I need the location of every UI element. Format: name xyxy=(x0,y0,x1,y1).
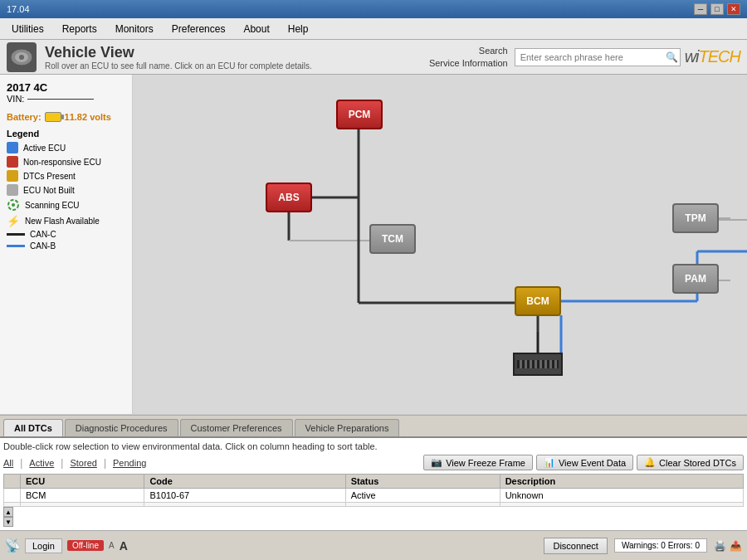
app-header: Vehicle View Roll over an ECU to see ful… xyxy=(0,40,747,75)
legend-scan-icon xyxy=(7,198,20,212)
menu-preferences[interactable]: Preferences xyxy=(164,21,234,37)
vehicle-panel: 2017 4C VIN: Battery: 11.82 volts Legend… xyxy=(0,75,747,415)
col-status[interactable]: Status xyxy=(345,475,500,489)
toolbar-icons: 🖨️ 📤 xyxy=(714,540,742,552)
menu-utilities[interactable]: Utilities xyxy=(3,21,52,37)
dtc-table: ECU Code Status Description BCM B1010-67… xyxy=(3,474,744,507)
legend-flash-icon: ⚡ xyxy=(7,214,20,227)
app-title: 17.04 xyxy=(7,4,30,14)
ecu-abs[interactable]: ABS xyxy=(266,183,312,212)
ecu-bcm[interactable]: BCM xyxy=(515,286,561,316)
legend-gray-box xyxy=(7,184,18,196)
clear-dtcs-icon: 🔔 xyxy=(644,457,656,468)
legend-flash-label: New Flash Available xyxy=(25,217,100,226)
filter-stored[interactable]: Stored xyxy=(70,458,96,468)
filter-active[interactable]: Active xyxy=(29,458,54,468)
offline-badge: Off-line xyxy=(67,540,104,551)
table-row[interactable]: BCM B1010-67 Active Unknown xyxy=(4,489,744,503)
search-input[interactable] xyxy=(515,48,681,66)
battery-voltage: 11.82 volts xyxy=(65,112,111,122)
col-code[interactable]: Code xyxy=(144,475,345,489)
legend-blue-box xyxy=(7,142,18,153)
vehicle-view-icon xyxy=(7,42,37,72)
col-ecu[interactable]: ECU xyxy=(21,475,144,489)
legend-panel: 2017 4C VIN: Battery: 11.82 volts Legend… xyxy=(0,75,133,414)
dtc-filter-bar: All | Active | Stored | Pending 📷 View F… xyxy=(3,455,744,470)
maximize-button[interactable]: □ xyxy=(710,3,724,15)
legend-red-box xyxy=(7,156,18,168)
row-status: Active xyxy=(345,489,500,503)
font-small-button[interactable]: A xyxy=(109,541,115,550)
minimize-button[interactable]: ─ xyxy=(694,3,707,15)
battery-row: Battery: 11.82 volts xyxy=(7,112,125,122)
col-description[interactable]: Description xyxy=(500,475,743,489)
tab-customer-preferences[interactable]: Customer Preferences xyxy=(180,419,293,436)
tab-vehicle-preparations[interactable]: Vehicle Preparations xyxy=(295,419,400,436)
search-icon[interactable]: 🔍 xyxy=(666,51,678,63)
legend-ecu-not-built: ECU Not Built xyxy=(7,184,125,196)
filter-pending[interactable]: Pending xyxy=(113,458,146,468)
font-large-button[interactable]: A xyxy=(120,539,128,553)
ecu-pcm[interactable]: PCM xyxy=(336,100,383,129)
page-title: Vehicle View xyxy=(45,44,312,61)
legend-canc-line xyxy=(7,233,25,236)
export-icon[interactable]: 📤 xyxy=(730,540,742,552)
menu-about[interactable]: About xyxy=(235,21,277,37)
legend-active-ecu: Active ECU xyxy=(7,142,125,153)
legend-active-label: Active ECU xyxy=(23,144,66,153)
ecu-tpm[interactable]: TPM xyxy=(672,203,719,233)
svg-point-2 xyxy=(19,55,24,60)
vin-row: VIN: xyxy=(7,94,125,104)
ecu-diagram: PCM ABS TCM BCM ORC TPM PAM IPC xyxy=(133,75,747,414)
scroll-down-button[interactable]: ▼ xyxy=(3,517,13,527)
vin-value xyxy=(27,99,94,100)
scroll-up-button[interactable]: ▲ xyxy=(3,507,13,517)
menu-monitors[interactable]: Monitors xyxy=(107,21,162,37)
ecu-pam[interactable]: PAM xyxy=(672,264,719,294)
legend-dtcs-present: DTCs Present xyxy=(7,170,125,182)
search-label: SearchService Information xyxy=(429,45,508,69)
obd-connector xyxy=(513,353,563,376)
row-code: B1010-67 xyxy=(144,489,345,503)
svg-point-4 xyxy=(12,203,15,207)
filter-all[interactable]: All xyxy=(3,458,13,468)
status-bar: 📡 Login Off-line A A Disconnect Warnings… xyxy=(0,530,747,560)
close-button[interactable]: ✕ xyxy=(727,3,740,15)
header-left: Vehicle View Roll over an ECU to see ful… xyxy=(7,42,312,72)
dtc-table-wrapper: ECU Code Status Description BCM B1010-67… xyxy=(3,474,744,527)
print-icon[interactable]: 🖨️ xyxy=(714,540,726,552)
vehicle-info: 2017 4C VIN: xyxy=(7,81,125,104)
clear-stored-dtcs-button[interactable]: 🔔 Clear Stored DTCs xyxy=(637,455,744,470)
view-freeze-frame-button[interactable]: 📷 View Freeze Frame xyxy=(423,455,533,470)
header-right: SearchService Information 🔍 wiTECH xyxy=(429,45,740,69)
legend-can-c: CAN-C xyxy=(7,230,125,239)
page-subtitle: Roll over an ECU to see full name. Click… xyxy=(45,61,312,71)
menu-reports[interactable]: Reports xyxy=(54,21,105,37)
login-button[interactable]: Login xyxy=(25,538,62,553)
col-select[interactable] xyxy=(4,475,21,489)
app-area: Vehicle View Roll over an ECU to see ful… xyxy=(0,40,747,530)
vehicle-name: 2017 4C xyxy=(7,81,125,94)
vin-label: VIN: xyxy=(7,94,24,104)
legend-new-flash: ⚡ New Flash Available xyxy=(7,214,125,227)
legend-scanning-label: Scanning ECU xyxy=(25,201,80,210)
tab-all-dtcs[interactable]: All DTCs xyxy=(3,419,63,436)
ecu-tcm[interactable]: TCM xyxy=(369,224,416,254)
dtc-instructions: Double-click row selection to view envir… xyxy=(3,441,744,451)
menu-bar: Utilities Reports Monitors Preferences A… xyxy=(0,18,747,40)
view-event-data-button[interactable]: 📊 View Event Data xyxy=(536,455,633,470)
disconnect-button[interactable]: Disconnect xyxy=(544,538,607,554)
menu-help[interactable]: Help xyxy=(280,21,317,37)
legend-yellow-box xyxy=(7,170,18,182)
table-row[interactable] xyxy=(4,503,744,507)
row-ecu: BCM xyxy=(21,489,144,503)
warnings-area: Warnings: 0 Errors: 0 xyxy=(614,538,707,553)
diagram-svg xyxy=(133,75,747,414)
status-right: Disconnect Warnings: 0 Errors: 0 🖨️ 📤 xyxy=(544,538,742,554)
row-desc: Unknown xyxy=(500,489,743,503)
header-title: Vehicle View Roll over an ECU to see ful… xyxy=(45,44,312,71)
battery-label: Battery: xyxy=(7,112,42,122)
tab-diagnostic-procedures[interactable]: Diagnostic Procedures xyxy=(65,419,178,436)
tabs-bar: All DTCs Diagnostic Procedures Customer … xyxy=(0,416,747,436)
legend-notbuilt-label: ECU Not Built xyxy=(23,186,75,195)
